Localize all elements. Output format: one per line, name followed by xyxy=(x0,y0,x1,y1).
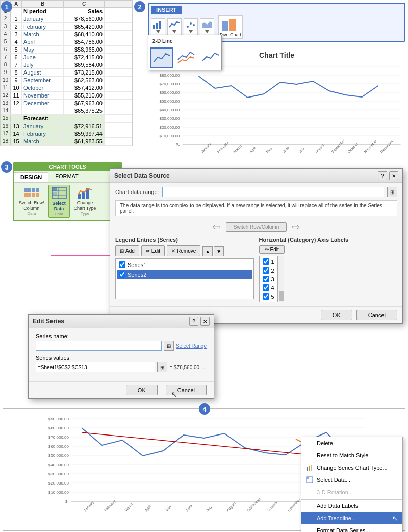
svg-text:$-: $- xyxy=(176,142,180,147)
ctx-format-data-series[interactable]: Format Data Series... xyxy=(301,524,402,532)
line-chart-btn-ribbon[interactable] xyxy=(167,18,182,36)
chart-range-btn[interactable]: ⊞ xyxy=(387,187,397,197)
series-values-input[interactable] xyxy=(36,362,155,372)
axis-scrollbar[interactable] xyxy=(278,256,284,302)
svg-point-8 xyxy=(187,26,189,28)
scatter-chart-btn[interactable] xyxy=(184,18,198,36)
svg-marker-12 xyxy=(202,21,212,28)
axis-edit-btn[interactable]: ✏ Edit xyxy=(259,245,285,254)
select-data-btn[interactable]: SelectData Data xyxy=(48,185,70,218)
edit-series-help-btn[interactable]: ? xyxy=(189,317,198,326)
col-a-header: A xyxy=(11,1,22,7)
type-section-label: Type xyxy=(81,211,89,216)
chart-range-input[interactable] xyxy=(162,187,384,197)
change-chart-type-btn[interactable]: ChangeChart Type Type xyxy=(72,185,98,217)
ctx-3d-rotation-label: 3-D Rotation... xyxy=(317,489,398,495)
series-up-btn[interactable]: ▲ xyxy=(202,246,213,256)
svg-rect-99 xyxy=(307,467,308,471)
axis-item-5-checkbox[interactable] xyxy=(263,293,269,300)
svg-rect-101 xyxy=(311,465,312,471)
switch-row-col-btn[interactable]: Switch Row/Column Data xyxy=(17,185,46,217)
list-item[interactable]: 5 xyxy=(261,292,276,301)
chart-range-label: Chart data range: xyxy=(115,189,159,195)
dialog-cancel-btn[interactable]: Cancel xyxy=(356,310,397,320)
svg-text:May: May xyxy=(265,146,273,154)
ctx-add-data-labels[interactable]: Add Data Labels xyxy=(301,499,402,512)
line-type-selected[interactable] xyxy=(150,47,173,68)
dialog-help-btn[interactable]: ? xyxy=(378,171,387,180)
svg-text:August: August xyxy=(314,143,325,154)
select-data-dialog: Select Data Source ? ✕ Chart data range:… xyxy=(110,168,403,324)
axis-item-2-checkbox[interactable] xyxy=(263,267,269,274)
legend-list: Series1 Series2 xyxy=(115,258,254,299)
dialog-close-btn[interactable]: ✕ xyxy=(389,171,398,180)
ctx-reset[interactable]: Reset to Match Style xyxy=(301,449,402,462)
switch-row-col-dialog-btn[interactable]: Switch Row/Column xyxy=(226,222,287,232)
line-type-stacked[interactable] xyxy=(175,47,197,68)
list-item[interactable]: Series1 xyxy=(117,260,252,270)
axis-item-1-checkbox[interactable] xyxy=(263,258,269,265)
svg-text:$80,000.00: $80,000.00 xyxy=(159,73,180,78)
legend-add-btn[interactable]: ⊞ Add xyxy=(115,245,139,256)
svg-marker-11 xyxy=(189,30,193,33)
pivot-chart-btn[interactable]: PivotChart xyxy=(218,15,243,39)
ctx-select-data-label: Select Data... xyxy=(317,477,398,483)
svg-text:December: December xyxy=(379,139,394,154)
edit-series-close-btn[interactable]: ✕ xyxy=(200,317,210,326)
tab-design[interactable]: DESIGN xyxy=(14,172,48,182)
svg-rect-4 xyxy=(156,23,158,29)
chart-type-dropdown[interactable]: 2-D Line xyxy=(148,35,222,70)
table-row: 10 9 September $62,563.00 xyxy=(1,77,132,84)
table-row: 2 1 January $78,560.00 xyxy=(1,15,132,23)
list-item[interactable]: 3 xyxy=(261,275,276,283)
bar-chart-btn[interactable] xyxy=(151,18,165,36)
edit-series-dialog: Edit Series ? ✕ Series name: ⊞ Select Ra… xyxy=(28,314,214,399)
svg-text:October: October xyxy=(347,142,359,154)
area-chart-btn[interactable] xyxy=(200,18,214,36)
legend-buttons: ⊞ Add ✏ Edit ✕ Remove ▲ ▼ xyxy=(115,245,254,256)
legend-edit-btn[interactable]: ✏ Edit xyxy=(141,245,165,256)
series-values-row: ⊞ = $78,560.00, ... xyxy=(36,362,207,372)
chart-tools-header: CHART TOOLS xyxy=(14,163,121,171)
svg-text:July: July xyxy=(298,147,305,154)
series2-checkbox[interactable] xyxy=(119,271,125,278)
series-down-btn[interactable]: ▼ xyxy=(214,246,224,256)
select-range-link[interactable]: Select Range xyxy=(176,343,207,349)
svg-text:May: May xyxy=(165,504,172,512)
dialog-ok-btn[interactable]: OK xyxy=(321,310,352,320)
ctx-change-chart-label: Change Series Chart Type... xyxy=(317,465,398,471)
series-name-range-btn[interactable]: ⊞ xyxy=(164,341,174,351)
add-data-labels-icon xyxy=(305,502,314,510)
ctx-add-trendline[interactable]: Add Trendline... ↖ xyxy=(301,512,402,524)
ctx-delete[interactable]: Delete xyxy=(301,437,402,449)
tab-format[interactable]: FORMAT xyxy=(48,171,85,182)
edit-series-ok-btn[interactable]: OK xyxy=(126,385,158,395)
svg-text:July: July xyxy=(206,505,213,513)
table-row: 9 8 August $73,215.00 xyxy=(1,69,132,77)
svg-text:$40,000.00: $40,000.00 xyxy=(48,463,69,467)
svg-text:$70,000.00: $70,000.00 xyxy=(159,82,180,86)
legend-remove-btn[interactable]: ✕ Remove xyxy=(167,245,200,256)
table-row: 18 15 March $61,983.55 xyxy=(1,138,132,146)
series1-checkbox[interactable] xyxy=(119,261,125,268)
ctx-change-chart-type[interactable]: Change Series Chart Type... xyxy=(301,462,402,474)
axis-item-3-checkbox[interactable] xyxy=(263,276,269,282)
list-item[interactable]: 2 xyxy=(261,266,276,275)
svg-rect-51 xyxy=(32,193,35,197)
list-item[interactable]: Series2 xyxy=(117,270,252,279)
scrollbar-thumb xyxy=(279,291,284,301)
list-item[interactable]: 1 xyxy=(261,257,276,266)
chart-tools-body: Switch Row/Column Data SelectData Data xyxy=(14,183,121,220)
series-values-preview: = $78,560.00, ... xyxy=(169,365,207,370)
axis-item-4-checkbox[interactable] xyxy=(263,284,269,291)
svg-text:September: September xyxy=(246,497,262,512)
line-type-100pct[interactable] xyxy=(199,47,222,68)
list-item[interactable]: 4 xyxy=(261,283,276,292)
insert-tab[interactable]: INSERT xyxy=(151,6,182,14)
svg-rect-5 xyxy=(159,21,161,29)
col-b-header: B xyxy=(22,1,64,7)
series-values-range-btn[interactable]: ⊞ xyxy=(157,362,167,372)
series-name-input[interactable] xyxy=(36,341,162,351)
svg-rect-100 xyxy=(309,466,310,471)
ctx-select-data[interactable]: Select Data... xyxy=(301,474,402,486)
